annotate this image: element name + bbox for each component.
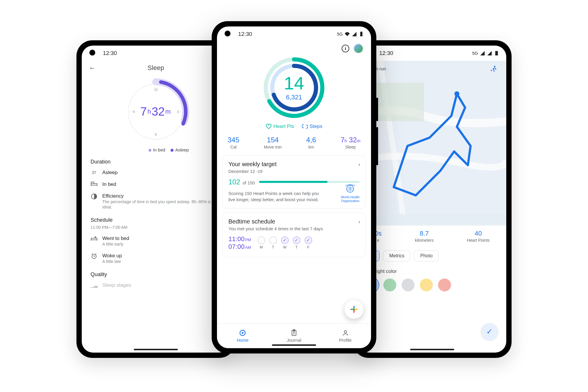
bedtime-day: ✓F (305, 236, 312, 249)
svg-point-22 (242, 332, 243, 334)
daily-stats: 345Cal 154Move min 4,6km 7h 32m Sleep (217, 129, 371, 155)
page-title: Sleep (89, 64, 223, 72)
sleep-duration-ring: 12 3 6 9 7 h 32 m (122, 78, 190, 146)
weekly-current: 102 (228, 178, 240, 186)
workout-stats: 0se 8.7kilometers 40Heart Points (358, 226, 506, 248)
stat-km[interactable]: 4,6km (306, 136, 316, 149)
stages-icon: ▁▃ (91, 282, 98, 288)
card-subtitle: You met your schedule 4 times in the las… (228, 226, 360, 231)
quality-heading: Quality (91, 271, 221, 278)
chevron-right-icon: › (358, 219, 360, 225)
activity-ring[interactable]: 14 6,321 (262, 55, 326, 120)
asleep-row[interactable]: zz Asleep (91, 167, 221, 179)
alarm-clock-icon (91, 253, 98, 259)
woke-up-row[interactable]: Woke up A little late (91, 250, 221, 267)
svg-point-17 (494, 66, 495, 67)
bedtime-day: M (258, 236, 265, 249)
bedtime-day: ✓T (293, 236, 300, 249)
svg-point-16 (455, 91, 460, 96)
chip-metrics[interactable]: Metrics (383, 250, 411, 261)
sleep-stages-row[interactable]: ▁▃ Sleep stages (91, 279, 221, 291)
efficiency-row[interactable]: Efficiency The percentage of time in bed… (91, 190, 221, 213)
sleep-minutes: 32 (152, 105, 165, 118)
color-grey[interactable] (402, 278, 415, 291)
svg-rect-11 (91, 238, 97, 240)
steps-value: 6,321 (286, 94, 302, 101)
status-icons: 5G (337, 31, 364, 37)
color-green[interactable] (383, 278, 396, 291)
schedule-heading: Schedule (91, 217, 221, 223)
running-icon (489, 65, 497, 74)
status-bar: 12:30 5 (82, 46, 230, 61)
stat-sleep[interactable]: 7h 32m Sleep (340, 136, 360, 149)
status-time: 12:30 (103, 50, 117, 56)
add-fab[interactable] (345, 300, 363, 319)
chip-photo[interactable]: Photo (414, 250, 439, 261)
weekly-description: Scoring 150 Heart Points a week can help… (228, 190, 323, 203)
bedtime-day: ✓W (281, 236, 289, 249)
bed-arrow-icon (91, 236, 98, 241)
route-map[interactable]: on run (358, 61, 506, 226)
card-title: Bedtime schedule (228, 218, 360, 225)
in-bed-row[interactable]: In bed (91, 179, 221, 190)
weekly-progress-bar (259, 181, 360, 183)
color-red[interactable] (438, 278, 451, 291)
weekly-target-card[interactable]: › Your weekly target December 12 -19 102… (222, 155, 366, 209)
gesture-bar[interactable] (134, 349, 178, 350)
svg-point-25 (344, 331, 347, 333)
bedtime-days: MT✓W✓T✓F (258, 236, 312, 249)
heart-points-value: 14 (284, 74, 304, 92)
card-daterange: December 12 -19 (228, 169, 360, 174)
stat-cal[interactable]: 345Cal (228, 136, 239, 149)
status-bar: 12:30 5G (358, 46, 506, 61)
stat-move-min[interactable]: 154Move min (264, 136, 282, 149)
bedtime-card[interactable]: › Bedtime schedule You met your schedule… (222, 213, 366, 257)
schedule-range: 11:00 PM—7:00 AM (91, 225, 221, 230)
bed-icon (91, 181, 98, 186)
duration-heading: Duration (91, 159, 221, 165)
bedtime-day: T (269, 236, 277, 249)
workout-phone: 12:30 5G on run 0se (353, 40, 512, 358)
info-icon[interactable]: i (342, 45, 349, 52)
status-icons: 5G (472, 51, 499, 56)
highlight-color-swatches (365, 278, 499, 291)
nav-home[interactable]: Home (217, 324, 268, 348)
ring-legend: Heart Pts Steps (266, 124, 322, 129)
gesture-bar[interactable] (410, 349, 454, 350)
went-to-bed-row[interactable]: Went to bed A little early (91, 233, 221, 250)
sleep-hours: 7 (140, 105, 147, 118)
view-chips: p Metrics Photo (358, 248, 506, 266)
confirm-button[interactable]: ✓ (481, 323, 498, 340)
highlight-color-label: Highlight color (365, 268, 499, 274)
color-yellow[interactable] (420, 278, 433, 291)
profile-avatar[interactable] (353, 44, 363, 54)
svg-rect-9 (91, 184, 97, 185)
home-phone: 12:30 5G i 14 6,321 (212, 21, 376, 353)
status-time: 12:30 (238, 31, 252, 37)
nav-profile[interactable]: Profile (320, 324, 371, 348)
waketime-value: 07:00 (228, 243, 245, 250)
chevron-right-icon: › (358, 161, 360, 168)
card-title: Your weekly target (228, 161, 360, 168)
bedtime-value: 11:00 (228, 235, 245, 243)
status-bar: 12:30 5G (217, 26, 371, 42)
sleep-phone: 12:30 5 ← Sleep 12 3 6 9 (76, 40, 235, 358)
svg-rect-13 (495, 51, 498, 55)
half-circle-icon (91, 193, 98, 200)
sleep-legend: In bed Asleep (118, 147, 194, 152)
who-logo: World HealthOrganization (341, 184, 360, 203)
sleep-zzz-icon: zz (91, 170, 98, 175)
gesture-bar[interactable] (272, 344, 316, 346)
